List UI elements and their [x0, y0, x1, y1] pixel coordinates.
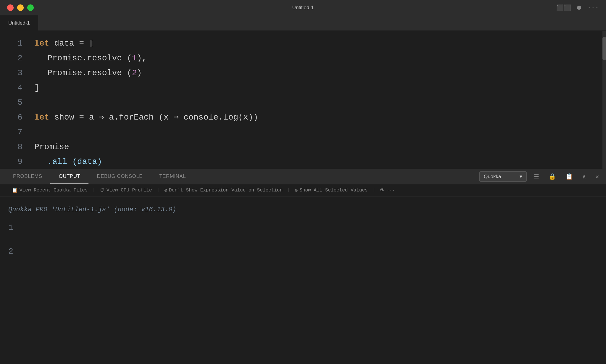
- output-panel: PROBLEMS OUTPUT DEBUG CONSOLE TERMINAL Q…: [0, 169, 606, 364]
- line-number-8: 8: [0, 140, 22, 154]
- code-line-3: Promise.resolve (2): [30, 66, 606, 80]
- code-line-2: Promise.resolve (1),: [30, 51, 606, 66]
- line-number-6: 6: [0, 110, 22, 125]
- code-container[interactable]: 1 2 3 4 5 6 7: [0, 31, 606, 169]
- tab-terminal[interactable]: TERMINAL: [151, 169, 194, 184]
- code-editor[interactable]: let data = [ Promise.resolve (1), Promis…: [30, 31, 606, 169]
- minimize-button[interactable]: [17, 4, 24, 11]
- tab-output[interactable]: OUTPUT: [50, 169, 88, 184]
- line-numbers: 1 2 3 4 5 6 7: [0, 31, 30, 169]
- code-line-4: ]: [30, 80, 606, 95]
- clock-icon: ⏱: [100, 188, 105, 193]
- titlebar-actions: ⬛⬛ ···: [556, 4, 599, 12]
- code-line-9: .all (data): [30, 154, 606, 169]
- dont-show-expression-btn[interactable]: ⚙ Don't Show Expression Value on Selecti…: [161, 187, 286, 193]
- panel-content: Quokka PRO 'Untitled-1.js' (node: v16.13…: [0, 197, 606, 364]
- panel-controls: Quokka ▾ ☰ 🔒 📋 ∧ ✕: [479, 171, 601, 182]
- line-number-5: 5: [0, 95, 22, 110]
- show-all-selected-btn[interactable]: ⚙ Show All Selected Values: [291, 187, 371, 193]
- scrollbar-thumb[interactable]: [602, 37, 606, 60]
- code-line-7: [30, 125, 606, 140]
- code-line-1: let data = [: [30, 36, 606, 51]
- line-number-1: 1: [0, 36, 22, 51]
- output-source-dropdown[interactable]: Quokka ▾: [479, 171, 527, 182]
- chevron-up-icon[interactable]: ∧: [580, 172, 588, 181]
- copy-files-icon: 📋: [12, 187, 18, 193]
- tab-debug-console[interactable]: DEBUG CONSOLE: [88, 169, 151, 184]
- tab-untitled1[interactable]: Untitled-1: [0, 15, 38, 30]
- more-toolbar-btn[interactable]: 👁 ···: [376, 188, 399, 193]
- dirty-indicator: [577, 6, 581, 10]
- settings-icon-2: ⚙: [295, 187, 298, 193]
- copy-icon[interactable]: 📋: [563, 172, 575, 181]
- window-controls: [7, 4, 34, 11]
- output-line-1: 1: [8, 219, 598, 237]
- line-number-4: 4: [0, 80, 22, 95]
- chevron-down-icon: ▾: [520, 173, 522, 180]
- lock-icon[interactable]: 🔒: [546, 172, 558, 181]
- window-title: Untitled-1: [292, 5, 314, 11]
- view-cpu-profile-btn[interactable]: ⏱ View CPU Profile: [96, 188, 156, 193]
- line-number-7: 7: [0, 125, 22, 140]
- maximize-button[interactable]: [27, 4, 34, 11]
- panel-toolbar: 📋 View Recent Quokka Files | ⏱ View CPU …: [0, 184, 606, 197]
- scrollbar-track[interactable]: [602, 31, 606, 169]
- view-recent-files-btn[interactable]: 📋 View Recent Quokka Files: [8, 187, 91, 193]
- eye-icon: 👁: [380, 188, 385, 193]
- code-line-6: let show = a ⇒ a.forEach (x ⇒ console.lo…: [30, 110, 606, 125]
- split-editor-icon[interactable]: ⬛⬛: [556, 4, 571, 12]
- line-number-2: 2: [0, 51, 22, 66]
- close-button[interactable]: [7, 4, 14, 11]
- close-panel-icon[interactable]: ✕: [593, 172, 601, 181]
- settings-icon-1: ⚙: [164, 187, 167, 193]
- tab-problems[interactable]: PROBLEMS: [5, 169, 50, 184]
- titlebar: Untitled-1 ⬛⬛ ···: [0, 0, 606, 15]
- code-line-5: [30, 95, 606, 110]
- tab-bar: Untitled-1: [0, 15, 606, 31]
- code-line-8: Promise: [30, 140, 606, 154]
- output-line-2: 2: [8, 242, 598, 261]
- line-number-3: 3: [0, 66, 22, 80]
- editor-area: 1 2 3 4 5 6 7: [0, 31, 606, 169]
- filter-icon[interactable]: ☰: [531, 172, 541, 181]
- tab-label: Untitled-1: [8, 20, 30, 26]
- line-number-9: 9: [0, 154, 22, 169]
- panel-tab-bar: PROBLEMS OUTPUT DEBUG CONSOLE TERMINAL Q…: [0, 169, 606, 184]
- keyword-let-1: let: [34, 37, 54, 50]
- more-actions-icon[interactable]: ···: [587, 4, 599, 12]
- quokka-header-line: Quokka PRO 'Untitled-1.js' (node: v16.13…: [8, 201, 598, 213]
